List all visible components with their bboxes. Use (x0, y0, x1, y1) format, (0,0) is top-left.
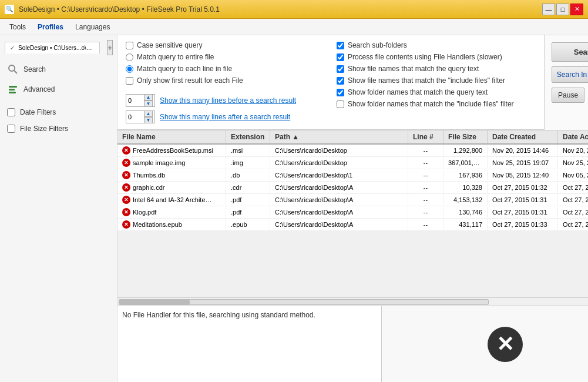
menu-tools[interactable]: Tools (5, 21, 31, 33)
error-icon: ✕ (122, 159, 130, 167)
cell-size: 367,001,600 (443, 158, 488, 168)
table-row[interactable]: ✕ sample image.img .img C:\Users\ricardo… (117, 157, 588, 169)
cell-created: Nov 20, 2015 14:46 (488, 145, 558, 156)
cell-ext: .pdf (226, 195, 270, 205)
big-close-icon: ✕ (488, 327, 523, 362)
table-row[interactable]: ✕ Meditations.epub .epub C:\Users\ricard… (117, 219, 588, 231)
table-row[interactable]: ✕ graphic.cdr .cdr C:\Users\ricardo\Desk… (117, 182, 588, 194)
spinner2-input[interactable] (126, 113, 144, 121)
pause-button[interactable]: Pause (552, 88, 585, 103)
add-tab-button[interactable]: + (107, 40, 113, 55)
options-left-col: Case sensitive query Match query to enti… (126, 41, 325, 123)
th-file-name[interactable]: File Name (117, 130, 226, 143)
svg-point-0 (9, 65, 15, 71)
table-row[interactable]: ✕ Intel 64 and IA-32 Architectures Op...… (117, 194, 588, 206)
spinner1-input[interactable] (126, 96, 144, 105)
first-result-checkbox[interactable] (126, 77, 133, 85)
menu-profiles[interactable]: Profiles (33, 21, 68, 33)
cell-accessed: Nov 20, 2015 14:46 (558, 145, 588, 156)
sidebar-file-size-filters[interactable]: File Size Filters (2, 121, 115, 136)
search-button[interactable]: Search (552, 42, 588, 62)
show-names-include-label: Show file names that match the "include … (348, 76, 505, 85)
cell-ext: .msi (226, 145, 270, 156)
match-line-radio[interactable] (126, 65, 133, 73)
spinner1-up[interactable]: ▲ (144, 94, 153, 100)
search-new-tab-button[interactable]: Search In New Tab (552, 66, 588, 83)
cell-line: -- (408, 219, 443, 230)
first-result-label: Only show first result for each File (137, 76, 243, 85)
date-filters-checkbox[interactable] (7, 108, 15, 116)
options-row: Case sensitive query Match query to enti… (117, 35, 588, 130)
right-panel: Case sensitive query Match query to enti… (117, 35, 588, 382)
action-buttons: Search Search In New Tab Pause Stop (544, 35, 588, 130)
titlebar: 🔍 SoleDesign • C:\Users\ricardo\Desktop … (0, 0, 588, 19)
cell-created: Oct 27, 2015 01:33 (488, 219, 558, 230)
option-show-names-match: Show file names that match the query tex… (337, 65, 536, 73)
cell-path: C:\Users\ricardo\Desktop\A (270, 182, 408, 193)
th-date-accessed[interactable]: Date Accessed (558, 130, 588, 143)
match-entire-radio[interactable] (126, 53, 133, 61)
option-match-line: Match query to each line in file (126, 65, 325, 73)
case-sensitive-label: Case sensitive query (137, 41, 202, 49)
show-names-match-label: Show file names that match the query tex… (348, 65, 479, 73)
option-show-folders-match: Show folder names that match the query t… (337, 88, 536, 96)
cell-line: -- (408, 182, 443, 193)
cell-accessed: Oct 27, 2015 01:31 (558, 207, 588, 217)
case-sensitive-checkbox[interactable] (126, 42, 133, 49)
process-contents-checkbox[interactable] (337, 53, 344, 61)
spinner2-up[interactable]: ▲ (144, 110, 153, 117)
spinner1-label[interactable]: Show this many lines before a search res… (160, 96, 296, 105)
th-date-created[interactable]: Date Created (488, 130, 558, 143)
cell-path: C:\Users\ricardo\Desktop (270, 145, 408, 156)
show-folders-include-checkbox[interactable] (337, 100, 344, 108)
th-extension[interactable]: Extension (226, 130, 270, 143)
cell-size: 431,117 (443, 219, 488, 230)
cell-size: 10,328 (443, 182, 488, 193)
cell-line: -- (408, 170, 443, 180)
profile-tab[interactable]: ✓ SoleDesign • C:\Users...o\Desktop (5, 42, 100, 53)
spinner1-down[interactable]: ▼ (144, 100, 153, 107)
sidebar-item-advanced[interactable]: Advanced (2, 80, 115, 99)
window-title: SoleDesign • C:\Users\ricardo\Desktop • … (19, 5, 220, 14)
show-names-include-checkbox[interactable] (337, 77, 344, 85)
cell-line: -- (408, 158, 443, 168)
th-line-num[interactable]: Line # (408, 130, 443, 143)
show-folders-include-label: Show folder names that match the "includ… (348, 100, 514, 108)
sidebar-item-search[interactable]: Search (2, 60, 115, 79)
option-process-contents: Process file contents using File Handler… (337, 53, 536, 61)
table-row[interactable]: ✕ Thumbs.db .db C:\Users\ricardo\Desktop… (117, 169, 588, 182)
cell-size: 4,153,132 (443, 195, 488, 205)
show-names-match-checkbox[interactable] (337, 65, 344, 73)
show-folders-match-checkbox[interactable] (337, 89, 344, 96)
menubar: Tools Profiles Languages (0, 19, 588, 35)
menu-languages[interactable]: Languages (70, 21, 115, 33)
option-case-sensitive: Case sensitive query (126, 41, 325, 49)
minimize-button[interactable]: — (542, 4, 555, 15)
error-icon: ✕ (122, 171, 130, 179)
show-folders-match-label: Show folder names that match the query t… (348, 88, 488, 96)
search-subfolders-label: Search sub-folders (348, 41, 407, 49)
maximize-button[interactable]: □ (556, 4, 569, 15)
match-line-label: Match query to each line in file (137, 65, 232, 73)
spinner2-down[interactable]: ▼ (144, 117, 153, 123)
horizontal-scrollbar[interactable] (117, 297, 588, 306)
cell-ext: .db (226, 170, 270, 180)
main-container: ✓ SoleDesign • C:\Users...o\Desktop + Se… (0, 35, 588, 382)
spinner2-label[interactable]: Show this many lines after a search resu… (160, 113, 290, 121)
close-button[interactable]: ✕ (570, 4, 583, 15)
search-subfolders-checkbox[interactable] (337, 42, 344, 49)
cell-ext: .img (226, 158, 270, 168)
table-row[interactable]: ✕ FreeAddressBookSetup.msi .msi C:\Users… (117, 145, 588, 157)
th-file-size[interactable]: File Size (443, 130, 488, 143)
file-size-filters-checkbox[interactable] (7, 125, 15, 133)
cell-filename: Klog.pdf (133, 209, 156, 216)
error-icon: ✕ (122, 196, 130, 204)
cell-line: -- (408, 195, 443, 205)
window-controls: — □ ✕ (542, 4, 583, 15)
scrollbar-thumb[interactable] (119, 300, 190, 304)
th-path[interactable]: Path ▲ (270, 130, 408, 143)
table-row[interactable]: ✕ Klog.pdf .pdf C:\Users\ricardo\Desktop… (117, 206, 588, 219)
sidebar-nav: Search Advanced Date Filters (0, 55, 117, 141)
cell-size: 1,292,800 (443, 145, 488, 156)
sidebar-date-filters[interactable]: Date Filters (2, 105, 115, 120)
